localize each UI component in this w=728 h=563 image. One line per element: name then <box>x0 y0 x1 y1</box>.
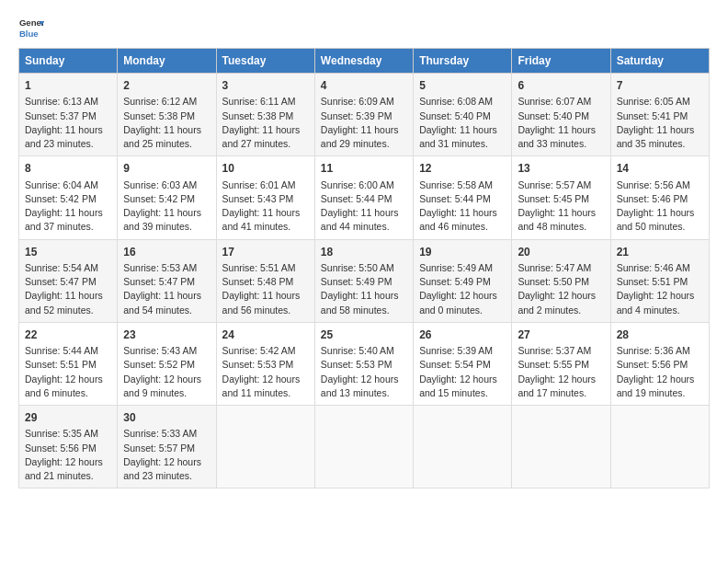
calendar-week-4: 22Sunrise: 5:44 AMSunset: 5:51 PMDayligh… <box>19 322 710 405</box>
day-number: 8 <box>25 161 111 177</box>
day-info-line: Sunset: 5:40 PM <box>419 109 506 123</box>
calendar-week-1: 1Sunrise: 6:13 AMSunset: 5:37 PMDaylight… <box>19 74 710 156</box>
calendar-cell: 29Sunrise: 5:35 AMSunset: 5:56 PMDayligh… <box>19 406 118 488</box>
day-info-line: Daylight: 11 hours <box>419 206 506 220</box>
calendar-cell <box>314 406 413 488</box>
day-info-line: Sunrise: 5:43 AM <box>123 344 210 358</box>
day-number: 21 <box>617 245 703 260</box>
day-number: 2 <box>123 78 210 94</box>
day-info-line: and 29 minutes. <box>321 137 407 151</box>
day-info-line: and 39 minutes. <box>123 220 210 234</box>
day-info-line: and 13 minutes. <box>321 386 407 400</box>
day-info-line: Daylight: 12 hours <box>222 373 309 386</box>
day-info-line: Sunrise: 5:33 AM <box>123 427 210 441</box>
calendar-cell: 14Sunrise: 5:56 AMSunset: 5:46 PMDayligh… <box>610 156 709 239</box>
day-number: 25 <box>321 327 407 343</box>
day-info-line: and 35 minutes. <box>617 137 703 151</box>
day-number: 15 <box>25 245 111 260</box>
day-number: 30 <box>123 410 210 426</box>
calendar-cell: 2Sunrise: 6:12 AMSunset: 5:38 PMDaylight… <box>118 74 216 156</box>
day-info-line: and 15 minutes. <box>419 386 506 400</box>
calendar-cell: 28Sunrise: 5:36 AMSunset: 5:56 PMDayligh… <box>610 322 709 405</box>
day-header-monday: Monday <box>118 49 216 74</box>
day-info-line: Daylight: 11 hours <box>518 206 604 220</box>
calendar-cell: 10Sunrise: 6:01 AMSunset: 5:43 PMDayligh… <box>216 156 314 239</box>
day-info-line: Daylight: 12 hours <box>518 373 604 386</box>
day-info-line: Sunset: 5:42 PM <box>123 192 210 206</box>
day-info-line: Sunset: 5:52 PM <box>123 358 210 372</box>
day-info-line: Sunset: 5:42 PM <box>25 192 111 206</box>
day-number: 24 <box>222 327 309 343</box>
calendar-cell: 15Sunrise: 5:54 AMSunset: 5:47 PMDayligh… <box>19 239 118 322</box>
day-info-line: Sunrise: 6:08 AM <box>419 95 506 109</box>
day-info-line: Sunrise: 6:01 AM <box>222 178 309 192</box>
day-info-line: Sunrise: 5:53 AM <box>123 261 210 275</box>
day-info-line: Sunrise: 6:03 AM <box>123 178 210 192</box>
day-number: 10 <box>222 161 309 177</box>
day-info-line: Sunrise: 5:35 AM <box>25 427 111 441</box>
day-number: 22 <box>25 327 111 343</box>
day-info-line: Daylight: 12 hours <box>123 373 210 386</box>
day-info-line: and 31 minutes. <box>419 137 506 151</box>
day-info-line: Daylight: 11 hours <box>321 289 407 303</box>
day-info-line: Daylight: 11 hours <box>222 206 309 220</box>
day-info-line: Sunrise: 6:04 AM <box>25 178 111 192</box>
day-info-line: and 41 minutes. <box>222 220 309 234</box>
day-info-line: Sunset: 5:51 PM <box>25 358 111 372</box>
calendar-cell: 18Sunrise: 5:50 AMSunset: 5:49 PMDayligh… <box>314 239 413 322</box>
day-info-line: Daylight: 11 hours <box>321 206 407 220</box>
day-info-line: Sunset: 5:46 PM <box>617 192 703 206</box>
day-info-line: Daylight: 11 hours <box>321 123 407 137</box>
day-number: 29 <box>25 410 111 426</box>
calendar-week-5: 29Sunrise: 5:35 AMSunset: 5:56 PMDayligh… <box>19 406 710 488</box>
day-info-line: Sunset: 5:44 PM <box>419 192 506 206</box>
day-info-line: and 23 minutes. <box>25 137 111 151</box>
day-info-line: Sunrise: 5:42 AM <box>222 344 309 358</box>
day-info-line: and 23 minutes. <box>123 469 210 483</box>
day-info-line: and 4 minutes. <box>617 304 703 317</box>
day-info-line: Daylight: 11 hours <box>617 123 703 137</box>
calendar-cell: 27Sunrise: 5:37 AMSunset: 5:55 PMDayligh… <box>512 322 610 405</box>
day-info-line: Sunset: 5:39 PM <box>321 109 407 123</box>
day-info-line: Daylight: 12 hours <box>617 373 703 386</box>
calendar-cell: 12Sunrise: 5:58 AMSunset: 5:44 PMDayligh… <box>414 156 512 239</box>
day-info-line: Sunset: 5:44 PM <box>321 192 407 206</box>
day-info-line: Daylight: 11 hours <box>25 206 111 220</box>
logo: General Blue <box>18 15 44 40</box>
day-info-line: Sunset: 5:40 PM <box>518 109 604 123</box>
calendar-cell <box>610 406 709 488</box>
day-info-line: Sunrise: 5:40 AM <box>321 344 407 358</box>
day-info-line: Sunrise: 6:00 AM <box>321 178 407 192</box>
calendar-cell: 20Sunrise: 5:47 AMSunset: 5:50 PMDayligh… <box>512 239 610 322</box>
calendar-cell: 5Sunrise: 6:08 AMSunset: 5:40 PMDaylight… <box>414 74 512 156</box>
day-number: 18 <box>321 245 407 260</box>
day-info-line: Sunrise: 6:07 AM <box>518 95 604 109</box>
calendar-cell: 19Sunrise: 5:49 AMSunset: 5:49 PMDayligh… <box>414 239 512 322</box>
calendar-cell: 17Sunrise: 5:51 AMSunset: 5:48 PMDayligh… <box>216 239 314 322</box>
day-info-line: and 48 minutes. <box>518 220 604 234</box>
day-number: 19 <box>419 245 506 260</box>
day-info-line: Sunrise: 5:44 AM <box>25 344 111 358</box>
day-info-line: Sunrise: 5:56 AM <box>617 178 703 192</box>
day-info-line: Sunset: 5:51 PM <box>617 275 703 289</box>
day-info-line: Sunset: 5:49 PM <box>419 275 506 289</box>
day-info-line: Daylight: 12 hours <box>123 455 210 469</box>
day-info-line: Sunrise: 5:54 AM <box>25 261 111 275</box>
day-info-line: Sunrise: 5:58 AM <box>419 178 506 192</box>
day-info-line: Sunset: 5:56 PM <box>617 358 703 372</box>
day-info-line: and 56 minutes. <box>222 304 309 317</box>
day-number: 4 <box>321 78 407 94</box>
day-number: 12 <box>419 161 506 177</box>
calendar-cell: 6Sunrise: 6:07 AMSunset: 5:40 PMDaylight… <box>512 74 610 156</box>
page-header: General Blue <box>18 15 710 40</box>
day-info-line: Sunrise: 5:50 AM <box>321 261 407 275</box>
day-info-line: Sunset: 5:38 PM <box>123 109 210 123</box>
day-info-line: Sunset: 5:57 PM <box>123 442 210 455</box>
day-header-saturday: Saturday <box>610 49 709 74</box>
day-number: 28 <box>617 327 703 343</box>
day-info-line: Daylight: 12 hours <box>25 455 111 469</box>
day-info-line: Sunrise: 6:13 AM <box>25 95 111 109</box>
day-info-line: and 50 minutes. <box>617 220 703 234</box>
calendar-cell: 25Sunrise: 5:40 AMSunset: 5:53 PMDayligh… <box>314 322 413 405</box>
day-header-wednesday: Wednesday <box>314 49 413 74</box>
